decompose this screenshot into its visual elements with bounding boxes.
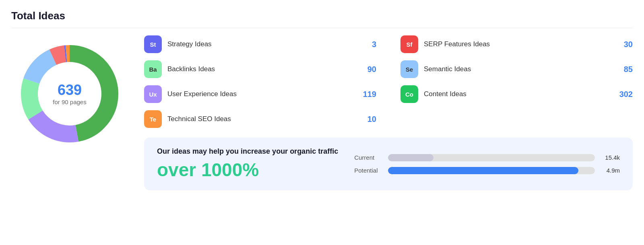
current-value: 15.4k xyxy=(601,154,620,161)
info-left: Our ideas may help you increase your org… xyxy=(157,147,338,181)
bar-potential: Potential 4.9m xyxy=(354,167,620,174)
main-content: 639 for 90 pages St Strategy Ideas 3 Ba … xyxy=(11,35,633,190)
idea-serp: Sf SERP Features Ideas 30 xyxy=(400,35,633,53)
ux-badge: Ux xyxy=(144,85,162,103)
serp-count: 30 xyxy=(624,40,633,49)
potential-value: 4.9m xyxy=(601,167,620,174)
ux-label: User Experience Ideas xyxy=(167,90,353,98)
semantic-count: 85 xyxy=(624,65,633,74)
info-box: Our ideas may help you increase your org… xyxy=(144,138,633,190)
potential-track xyxy=(388,167,595,174)
technical-label: Technical SEO Ideas xyxy=(167,115,357,123)
potential-fill xyxy=(388,167,578,174)
ideas-grid: St Strategy Ideas 3 Ba Backlinks Ideas 9… xyxy=(144,35,633,128)
backlinks-badge: Ba xyxy=(144,60,162,78)
content-count: 302 xyxy=(619,90,633,99)
idea-backlinks: Ba Backlinks Ideas 90 xyxy=(144,60,376,78)
serp-label: SERP Features Ideas xyxy=(424,40,613,48)
content-label: Content Ideas xyxy=(424,90,609,98)
bar-current: Current 15.4k xyxy=(354,154,620,161)
idea-technical: Te Technical SEO Ideas 10 xyxy=(144,110,376,128)
strategy-label: Strategy Ideas xyxy=(167,40,361,48)
current-track xyxy=(388,154,595,161)
semantic-label: Semantic Ideas xyxy=(424,65,613,73)
potential-label: Potential xyxy=(354,167,382,174)
serp-badge: Sf xyxy=(400,35,418,53)
ideas-col-2: Sf SERP Features Ideas 30 Se Semantic Id… xyxy=(400,35,633,128)
idea-semantic: Se Semantic Ideas 85 xyxy=(400,60,633,78)
current-fill xyxy=(388,154,433,161)
idea-strategy: St Strategy Ideas 3 xyxy=(144,35,376,53)
ideas-col-1: St Strategy Ideas 3 Ba Backlinks Ideas 9… xyxy=(144,35,376,128)
ux-count: 119 xyxy=(363,90,376,99)
technical-badge: Te xyxy=(144,110,162,128)
idea-ux: Ux User Experience Ideas 119 xyxy=(144,85,376,103)
donut-total: 639 xyxy=(53,82,86,99)
right-panel: St Strategy Ideas 3 Ba Backlinks Ideas 9… xyxy=(144,35,633,190)
donut-subtitle: for 90 pages xyxy=(53,99,86,105)
page-title: Total Ideas xyxy=(11,10,633,28)
semantic-badge: Se xyxy=(400,60,418,78)
donut-chart: 639 for 90 pages xyxy=(11,35,128,152)
content-badge: Co xyxy=(400,85,418,103)
idea-content: Co Content Ideas 302 xyxy=(400,85,633,103)
info-title: Our ideas may help you increase your org… xyxy=(157,147,338,156)
technical-count: 10 xyxy=(367,115,376,124)
info-bars: Current 15.4k Potential 4.9m xyxy=(354,154,620,174)
info-percent: over 1000% xyxy=(157,159,338,181)
strategy-count: 3 xyxy=(372,40,376,49)
donut-center: 639 for 90 pages xyxy=(53,82,86,106)
backlinks-count: 90 xyxy=(367,65,376,74)
strategy-badge: St xyxy=(144,35,162,53)
backlinks-label: Backlinks Ideas xyxy=(167,65,357,73)
current-label: Current xyxy=(354,154,382,161)
